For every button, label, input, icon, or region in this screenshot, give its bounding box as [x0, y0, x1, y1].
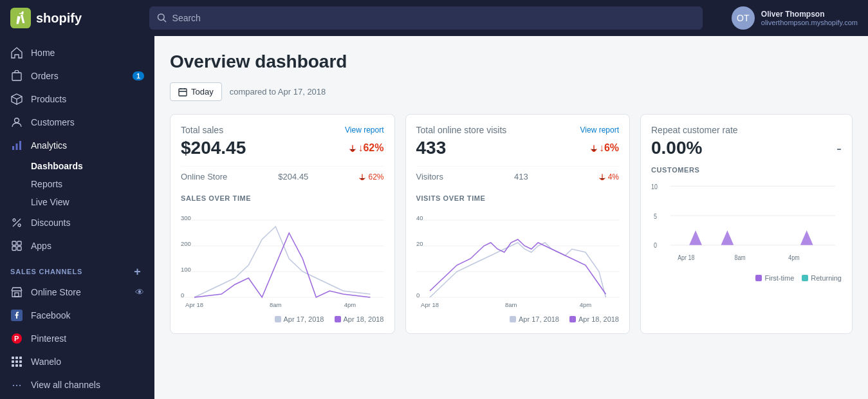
visitors-value: 413 — [514, 172, 528, 181]
sidebar-item-pinterest[interactable]: P Pinterest — [0, 327, 154, 350]
visits-legend-dot-prev — [510, 316, 516, 322]
customers-chart: 10 5 0 Apr 18 8am 4pm — [651, 179, 842, 269]
svg-rect-3 — [12, 73, 21, 80]
repeat-customer-rate: 0.00% — [651, 138, 702, 158]
svg-rect-21 — [19, 357, 22, 359]
date-bar: Today compared to Apr 17, 2018 — [170, 82, 853, 101]
main-content: Overview dashboard Today compared to Apr… — [154, 36, 868, 399]
svg-marker-56 — [689, 230, 702, 245]
svg-text:4pm: 4pm — [344, 302, 356, 308]
sidebar-item-customers[interactable]: Customers — [0, 111, 154, 134]
pinterest-icon: P — [10, 332, 23, 345]
eye-icon: 👁 — [135, 287, 144, 297]
page-title: Overview dashboard — [170, 51, 853, 72]
svg-rect-27 — [19, 364, 22, 367]
sidebar-item-facebook-label: Facebook — [31, 310, 70, 320]
sidebar-item-orders[interactable]: Orders 1 — [0, 64, 154, 88]
svg-rect-26 — [15, 364, 18, 367]
sidebar-item-analytics-label: Analytics — [31, 140, 67, 151]
total-sales-view-report[interactable]: View report — [345, 125, 383, 135]
visitors-label: Visitors — [416, 172, 443, 181]
total-sales-card: Total sales View report $204.45 ↓62% Onl… — [170, 114, 395, 334]
total-visits-value: 433 — [416, 138, 447, 158]
online-store-value: $204.45 — [278, 172, 308, 181]
svg-rect-22 — [12, 360, 14, 363]
sidebar-subitem-liveview[interactable]: Live View — [0, 193, 154, 211]
sidebar-item-wanelo[interactable]: Wanelo — [0, 350, 154, 373]
sidebar-item-home[interactable]: Home — [0, 41, 154, 64]
svg-text:0: 0 — [181, 292, 184, 299]
facebook-icon — [10, 309, 23, 322]
more-icon: ··· — [10, 378, 23, 391]
svg-text:5: 5 — [654, 212, 657, 220]
svg-rect-5 — [12, 146, 14, 150]
total-sales-sub-row: Online Store $204.45 62% — [181, 166, 384, 187]
search-bar[interactable] — [149, 6, 703, 30]
sidebar-item-online-store[interactable]: Online Store 👁 — [0, 281, 154, 304]
wanelo-icon — [10, 355, 23, 368]
visits-legend-dot-curr — [569, 316, 576, 322]
repeat-customer-dash: - — [836, 139, 842, 157]
user-area: OT Oliver Thompson oliverthompson.myshop… — [732, 6, 858, 30]
svg-rect-13 — [12, 246, 16, 250]
search-input[interactable] — [172, 13, 695, 23]
sales-chart-label: SALES OVER TIME — [181, 194, 384, 202]
avatar: OT — [732, 6, 755, 30]
legend-dot-prev — [275, 316, 281, 322]
visits-chart-label: VISITS OVER TIME — [416, 194, 620, 202]
sidebar-item-wanelo-label: Wanelo — [31, 357, 61, 367]
repeat-customer-rate-row: 0.00% - — [651, 138, 842, 158]
svg-point-4 — [15, 118, 19, 123]
svg-rect-11 — [12, 241, 16, 245]
customers-icon — [10, 116, 23, 129]
user-name: Oliver Thompson — [761, 10, 858, 19]
apps-icon — [10, 239, 23, 252]
analytics-icon — [10, 139, 23, 152]
sales-channels-label: SALES CHANNELS + — [0, 257, 154, 281]
svg-text:Apr 18: Apr 18 — [678, 254, 694, 261]
sidebar-item-customers-label: Customers — [31, 117, 75, 127]
sales-chart: 300 200 100 0 Apr 18 8am 4pm — [181, 207, 384, 310]
sidebar-item-apps-label: Apps — [31, 241, 51, 251]
total-visits-title: Total online store visits — [416, 125, 507, 135]
svg-text:Apr 18: Apr 18 — [421, 302, 439, 308]
visits-chart: 40 20 0 Apr 18 8am 4pm — [416, 207, 620, 310]
sidebar-item-analytics[interactable]: Analytics — [0, 134, 154, 157]
sidebar-item-products[interactable]: Products — [0, 88, 154, 111]
total-visits-view-report[interactable]: View report — [580, 125, 619, 135]
svg-text:8am: 8am — [270, 302, 282, 308]
svg-line-10 — [13, 219, 21, 227]
sidebar-item-facebook[interactable]: Facebook — [0, 304, 154, 327]
svg-text:4pm: 4pm — [788, 254, 799, 261]
date-button[interactable]: Today — [170, 82, 222, 101]
sidebar-subitem-dashboards[interactable]: Dashboards — [0, 157, 154, 175]
svg-text:4pm: 4pm — [579, 302, 591, 308]
svg-rect-0 — [10, 8, 31, 28]
repeat-customer-card: Repeat customer rate 0.00% - CUSTOMERS 1… — [640, 114, 853, 334]
svg-text:0: 0 — [654, 242, 657, 250]
orders-badge: 1 — [133, 71, 144, 80]
add-sales-channel-button[interactable]: + — [131, 265, 144, 278]
svg-text:200: 200 — [181, 241, 191, 247]
svg-point-9 — [18, 224, 21, 227]
svg-rect-15 — [15, 293, 19, 297]
sidebar-item-view-all-channels[interactable]: ··· View all channels — [0, 373, 154, 396]
products-icon — [10, 93, 23, 106]
sidebar-item-orders-label: Orders — [31, 71, 59, 81]
svg-text:0: 0 — [416, 292, 420, 299]
legend-dot-curr — [335, 316, 341, 322]
total-visits-sub-row: Visitors 413 4% — [416, 166, 620, 187]
visits-chart-legend: Apr 17, 2018 Apr 18, 2018 — [416, 315, 620, 323]
svg-line-2 — [163, 19, 165, 21]
svg-rect-19 — [12, 357, 14, 359]
sidebar-item-discounts[interactable]: Discounts — [0, 211, 154, 234]
total-visits-card: Total online store visits View report 43… — [405, 114, 631, 334]
sidebar-subitem-reports[interactable]: Reports — [0, 175, 154, 193]
home-icon — [10, 46, 23, 59]
logo-area: shopify — [10, 8, 139, 28]
discounts-icon — [10, 216, 23, 229]
sidebar-item-apps[interactable]: Apps — [0, 234, 154, 257]
reports-label: Reports — [31, 179, 62, 189]
arrow-down-small-icon — [359, 174, 365, 180]
svg-rect-20 — [15, 357, 18, 359]
